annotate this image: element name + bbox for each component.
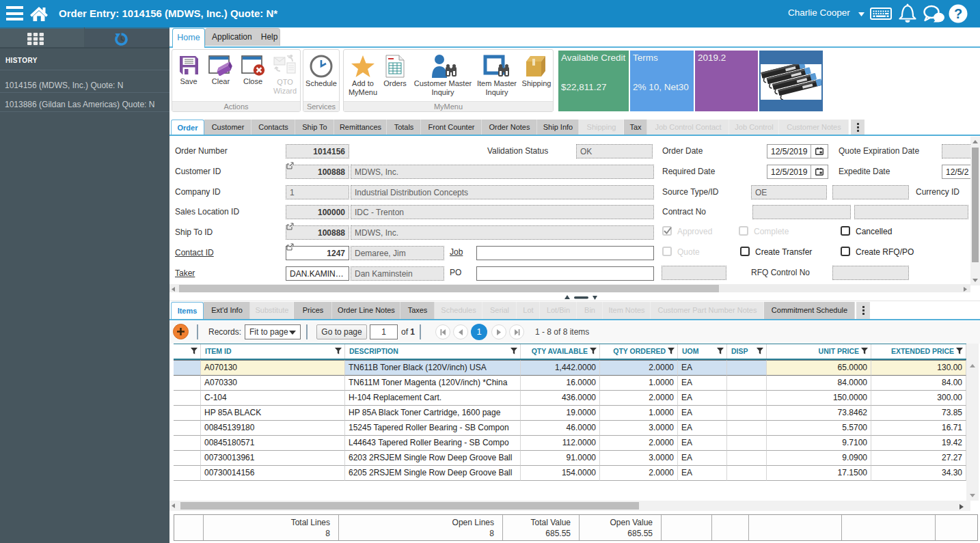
svg-text:?: ? <box>954 6 962 21</box>
